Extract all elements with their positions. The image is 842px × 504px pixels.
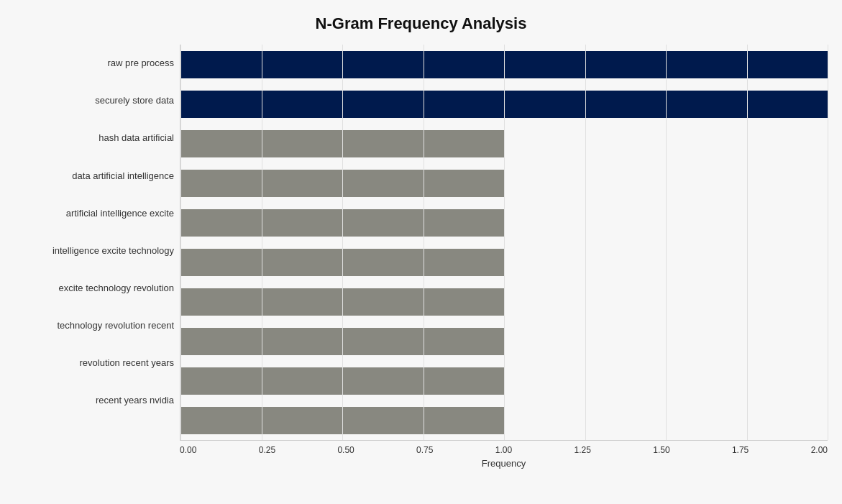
bar: [180, 407, 504, 434]
bars-wrapper: [180, 45, 828, 441]
bar-row: [180, 164, 828, 203]
x-tick: 0.25: [259, 445, 275, 455]
y-axis-label: raw pre process: [14, 45, 174, 82]
x-tick: 1.75: [732, 445, 749, 455]
y-axis-label: intelligence excite technology: [14, 232, 174, 269]
bar: [180, 209, 504, 237]
chart-area: raw pre processsecurely store datahash d…: [14, 45, 828, 441]
bar-row: [180, 85, 828, 124]
y-axis-label: technology revolution recent: [14, 307, 174, 344]
y-axis-label: revolution recent years: [14, 344, 174, 382]
y-axis-label: hash data artificial: [14, 119, 174, 157]
y-axis-label: artificial intelligence excite: [14, 194, 174, 232]
x-tick: 1.00: [495, 445, 512, 455]
x-tick: 0.00: [180, 445, 196, 455]
x-axis-label: Frequency: [180, 458, 828, 469]
y-axis-label: recent years nvidia: [14, 382, 174, 419]
x-tick: 1.50: [653, 445, 669, 455]
bar-row: [180, 45, 828, 84]
x-axis-container: 0.000.250.500.751.001.251.501.752.00 Fre…: [180, 441, 828, 469]
y-axis: raw pre processsecurely store datahash d…: [14, 45, 180, 441]
y-axis-label: data artificial intelligence: [14, 157, 174, 194]
x-axis: 0.000.250.500.751.001.251.501.752.00: [180, 441, 828, 455]
bar-row: [180, 243, 828, 282]
x-tick: 0.50: [337, 445, 354, 455]
bar: [180, 91, 828, 118]
bar: [180, 170, 504, 197]
bar-row: [180, 124, 828, 163]
y-axis-label: excite technology revolution: [14, 270, 174, 307]
bar-row: [180, 203, 828, 242]
bar: [180, 249, 504, 276]
bar: [180, 367, 504, 395]
bar: [180, 288, 504, 316]
bar: [180, 328, 504, 355]
bar-row: [180, 322, 828, 361]
chart-container: N-Gram Frequency Analysis raw pre proces…: [0, 0, 842, 504]
y-axis-label: securely store data: [14, 82, 174, 119]
bar-row: [180, 362, 828, 400]
bar: [180, 51, 828, 78]
x-tick: 1.25: [575, 445, 591, 455]
bar-row: [180, 401, 828, 440]
bar-row: [180, 283, 828, 321]
x-tick: 0.75: [416, 445, 433, 455]
bar: [180, 130, 504, 157]
chart-title: N-Gram Frequency Analysis: [14, 14, 828, 33]
grid-line: [828, 45, 828, 440]
x-tick: 2.00: [811, 445, 828, 455]
